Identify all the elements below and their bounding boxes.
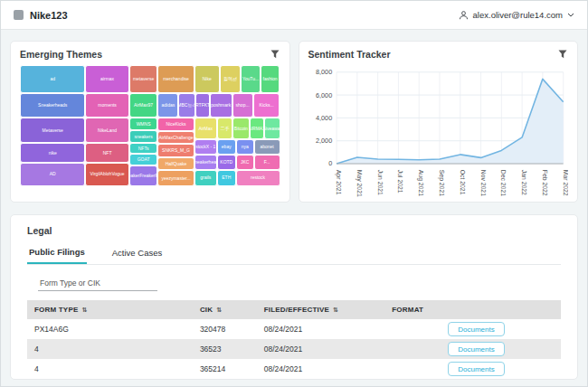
treemap-cell[interactable]: YouTu... xyxy=(241,65,260,93)
cik-cell: 365214 xyxy=(193,359,257,379)
chevron-down-icon xyxy=(567,13,574,17)
treemap-cell[interactable]: nya xyxy=(236,139,254,155)
treemap-cell[interactable]: SNKRS_M_G xyxy=(157,144,194,156)
treemap-cell[interactable]: HalfQuake xyxy=(157,157,194,170)
treemap-cell[interactable]: GOAT xyxy=(129,154,158,165)
sort-icon[interactable]: ⇅ xyxy=(333,307,338,314)
column-header-cik[interactable]: CIK⇅ xyxy=(193,300,257,319)
svg-text:Jun 2021: Jun 2021 xyxy=(376,170,383,195)
table-row: 43652308/24/2021Documents xyxy=(27,339,561,359)
svg-text:Sep 2021: Sep 2021 xyxy=(437,170,444,196)
treemap-cell[interactable]: WMNS xyxy=(129,118,158,130)
form-type-cell: 4 xyxy=(27,339,193,359)
treemap-cell[interactable]: yeezymaster... xyxy=(157,170,194,186)
filter-icon[interactable] xyxy=(557,49,568,60)
main-content: Emerging Themes adSneakerheadsMetaversen… xyxy=(1,30,587,380)
sentiment-tracker-title: Sentiment Tracker xyxy=(308,49,391,60)
treemap-cell[interactable]: 컬렉션 xyxy=(220,65,242,93)
documents-button[interactable]: Documents xyxy=(448,342,504,356)
emerging-themes-title: Emerging Themes xyxy=(20,49,102,60)
treemap-cell[interactable]: shop... xyxy=(232,93,253,118)
format-cell: Documents xyxy=(384,359,561,379)
tab-active-cases[interactable]: Active Cases xyxy=(110,244,164,264)
sentiment-chart-svg: 02,0004,0006,0008,000Apr 2021May 2021Jun… xyxy=(308,65,569,197)
legal-panel: Legal Public Filings Active Cases FORM T… xyxy=(10,214,578,380)
filter-icon[interactable] xyxy=(270,49,280,60)
user-menu[interactable]: alex.oliver@rule14.com xyxy=(459,10,574,21)
treemap-cell[interactable]: AirMax xyxy=(194,118,217,139)
svg-text:May 2021: May 2021 xyxy=(355,170,362,197)
filed-effective-cell: 08/24/2021 xyxy=(257,319,385,339)
svg-text:Nov 2021: Nov 2021 xyxy=(479,170,486,196)
treemap-cell[interactable]: sneakers xyxy=(129,130,158,143)
treemap-cell[interactable]: Giveaway xyxy=(264,118,280,139)
treemap-cell[interactable]: NFTs xyxy=(129,143,158,154)
treemap-cell[interactable]: Bitcoin xyxy=(232,118,249,139)
treemap-cell[interactable]: moments xyxy=(85,93,128,118)
treemap-cell[interactable]: stockX - 1 xyxy=(194,139,217,155)
table-header-row: FORM TYPE⇅CIK⇅FILED/EFFECTIVE⇅FORMAT xyxy=(27,300,561,319)
themes-treemap: adSneakerheadsMetaversenikeADairmaxmomen… xyxy=(20,65,280,186)
treemap-cell[interactable]: grails xyxy=(194,170,217,186)
sort-icon[interactable]: ⇅ xyxy=(81,307,87,314)
sentiment-chart: 02,0004,0006,0008,000Apr 2021May 2021Jun… xyxy=(308,65,569,197)
treemap-cell[interactable]: NFT xyxy=(85,143,128,163)
emerging-themes-panel: Emerging Themes adSneakerheadsMetaversen… xyxy=(10,41,290,203)
treemap-cell[interactable]: Metaverse xyxy=(20,118,85,143)
treemap-cell[interactable]: 二手 xyxy=(217,118,232,139)
treemap-cell[interactable]: ad xyxy=(20,65,85,93)
documents-button[interactable]: Documents xyxy=(448,362,504,376)
treemap-cell[interactable]: adidas xyxy=(157,93,178,118)
treemap-cell[interactable]: sneakerhead xyxy=(194,155,217,170)
form-type-cik-input[interactable] xyxy=(38,276,157,291)
sentiment-tracker-panel: Sentiment Tracker 02,0004,0006,0008,000A… xyxy=(299,41,579,203)
treemap-cell[interactable]: ETH xyxy=(217,170,236,186)
svg-text:0: 0 xyxy=(328,159,332,167)
documents-button[interactable]: Documents xyxy=(448,322,504,336)
svg-text:Jan 2022: Jan 2022 xyxy=(521,170,527,195)
treemap-cell[interactable]: NiceKicks xyxy=(157,118,194,130)
treemap-cell[interactable]: AirMaxChallenge xyxy=(157,131,194,144)
treemap-cell[interactable]: airmax xyxy=(85,65,128,93)
format-cell: Documents xyxy=(384,319,561,339)
treemap-cell[interactable]: poshmark xyxy=(210,93,232,118)
treemap-cell[interactable]: JKC xyxy=(236,155,254,170)
treemap-cell[interactable]: AirMax97 xyxy=(129,93,158,118)
treemap-cell[interactable]: VirgilAblohVogue xyxy=(85,163,128,186)
column-header-form-type[interactable]: FORM TYPE⇅ xyxy=(27,300,193,319)
person-icon xyxy=(459,10,469,21)
legal-tabs: Public Filings Active Cases xyxy=(27,244,561,265)
svg-text:Oct 2021: Oct 2021 xyxy=(459,170,465,195)
menu-icon[interactable] xyxy=(14,10,24,20)
treemap-cell[interactable]: NikeLand xyxy=(85,118,128,143)
table-row: PX14A6G32047808/24/2021Documents xyxy=(27,319,561,339)
treemap-cell[interactable]: AIRMAX xyxy=(250,118,265,139)
user-email: alex.oliver@rule14.com xyxy=(473,10,563,20)
filed-effective-cell: 08/24/2021 xyxy=(257,339,385,359)
treemap-cell[interactable]: Kicks... xyxy=(253,93,280,118)
treemap-cell[interactable]: Nike xyxy=(194,65,220,93)
sort-icon[interactable]: ⇅ xyxy=(216,307,222,314)
treemap-cell[interactable]: AD xyxy=(20,163,85,186)
treemap-cell[interactable]: RTFKT xyxy=(195,93,210,118)
treemap-cell[interactable]: nike xyxy=(20,143,85,163)
treemap-cell[interactable]: MBC뉴스 xyxy=(178,93,195,118)
treemap-cell[interactable]: merchandise xyxy=(157,65,194,93)
treemap-cell[interactable]: KOTD xyxy=(217,155,236,170)
cik-cell: 36523 xyxy=(193,339,257,359)
column-header-filed-effective[interactable]: FILED/EFFECTIVE⇅ xyxy=(257,300,385,319)
treemap-cell[interactable]: Sneakerheads xyxy=(20,93,85,118)
treemap-cell[interactable]: ebay xyxy=(217,139,236,155)
svg-text:6,000: 6,000 xyxy=(316,91,332,99)
treemap-cell[interactable]: F... xyxy=(254,155,280,170)
treemap-cell[interactable]: restock xyxy=(236,170,280,186)
footer: Copyright © 2022, Rule14 LLC, All Rights… xyxy=(1,380,587,387)
treemap-cell[interactable]: SneakerFreakerFam xyxy=(129,165,158,186)
treemap-cell[interactable]: abonet xyxy=(254,139,280,155)
filed-effective-cell: 08/24/2021 xyxy=(257,359,385,379)
svg-text:Dec 2021: Dec 2021 xyxy=(500,170,507,196)
treemap-cell[interactable]: metaverse xyxy=(129,65,158,93)
treemap-cell[interactable]: fashion xyxy=(261,65,280,93)
svg-text:Apr 2021: Apr 2021 xyxy=(335,170,342,195)
tab-public-filings[interactable]: Public Filings xyxy=(27,244,87,264)
